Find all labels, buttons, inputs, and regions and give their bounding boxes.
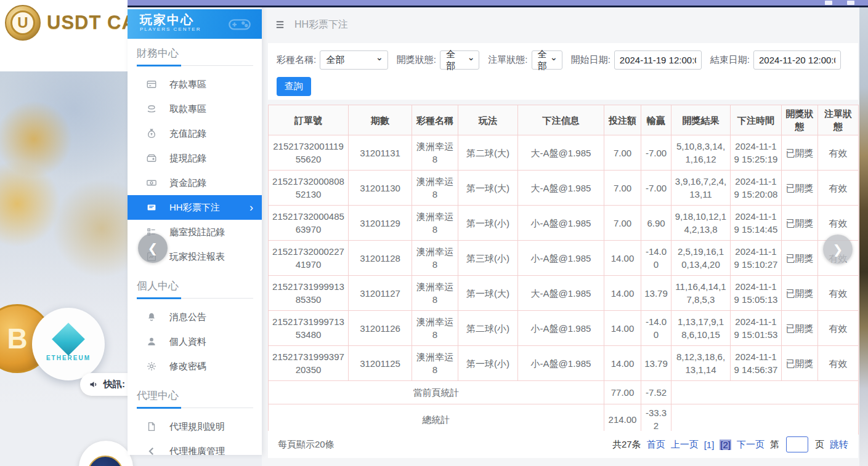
sidebar-section: 個人中心消息公告個人資料修改密碼 — [128, 279, 262, 379]
table-cell: 31201130 — [349, 171, 412, 206]
news-ticker[interactable]: 快訊: — [80, 373, 129, 396]
table-cell: 已開獎 — [782, 241, 818, 276]
table-row: 215217320008085213031201130澳洲幸运8第一球(大)大-… — [269, 171, 859, 206]
table-cell: 澳洲幸运8 — [412, 311, 458, 346]
sidebar-item[interactable]: 充值記錄 — [128, 121, 262, 146]
table-row: 215217319993972035031201125澳洲幸运8第一球(小)小-… — [269, 346, 859, 381]
table-cell: 31201131 — [349, 135, 412, 171]
end-date-label: 結束日期: — [710, 54, 750, 66]
page-link[interactable]: [1] — [704, 440, 715, 450]
bets-table-card: 訂單號期數彩種名稱玩法下注信息投注額輸贏開獎結果下注時間開獎狀態注單狀態2152… — [268, 105, 858, 435]
table-cell: 2024-11-19 15:05:13 — [731, 276, 782, 311]
withdraw-icon — [146, 103, 157, 114]
jump-button[interactable]: 跳转 — [830, 439, 848, 451]
table-cell: 澳洲幸运8 — [412, 241, 458, 276]
jump-page-input[interactable] — [786, 436, 808, 452]
table-cell: -14.00 — [641, 311, 671, 346]
logo-letter: U — [10, 10, 35, 35]
table-cell: 已開獎 — [782, 311, 818, 346]
sidebar-item[interactable]: HH彩票下注› — [128, 195, 262, 220]
table-cell: 大-A盤@1.985 — [518, 135, 604, 171]
lottery-name-select[interactable]: 全部 — [320, 50, 388, 70]
search-button[interactable]: 查詢 — [277, 77, 311, 96]
draw-status-select[interactable]: 全部 — [440, 50, 479, 70]
prev-page-link[interactable]: 上一页 — [671, 439, 699, 451]
sidebar-item-label: 修改密碼 — [169, 361, 206, 372]
ticker-label: 快訊: — [103, 379, 125, 390]
summary-bet-total: 214.00 — [604, 404, 641, 435]
table-cell: 第二球(大) — [458, 135, 518, 171]
table-cell: 小-A盤@1.985 — [518, 206, 604, 241]
table-cell: 31201126 — [349, 311, 412, 346]
table-cell: 澳洲幸运8 — [412, 135, 458, 171]
table-cell: 5,10,8,3,14,1,16,12 — [671, 135, 731, 171]
sidebar-item-label: 充值記錄 — [169, 128, 206, 140]
content-topbar: HH彩票下注 — [262, 14, 348, 36]
card-icon — [146, 79, 157, 90]
sidebar-section: 代理中心代理規則說明代理推廣管理 — [128, 388, 262, 455]
speaker-icon — [89, 379, 99, 390]
table-cell: 澳洲幸运8 — [412, 346, 458, 381]
table-cell: 2152173199991385350 — [269, 276, 349, 311]
column-header: 開獎結果 — [671, 105, 731, 135]
page-link[interactable]: [2] — [720, 440, 731, 450]
summary-label: 當前頁統計 — [269, 381, 604, 404]
summary-empty — [671, 381, 859, 404]
table-cell: 已開獎 — [782, 135, 818, 171]
bell-icon — [146, 311, 157, 323]
sidebar-item[interactable]: 修改密碼 — [128, 354, 262, 379]
hamburger-menu-icon[interactable] — [274, 20, 286, 30]
column-header: 訂單號 — [269, 105, 349, 135]
sidebar-item-label: 消息公告 — [169, 311, 206, 323]
sidebar-item-label: 玩家投注報表 — [169, 251, 225, 263]
page-title: HH彩票下注 — [294, 18, 348, 31]
start-date-input[interactable] — [614, 50, 702, 70]
column-header: 下注信息 — [518, 105, 604, 135]
sidebar-item[interactable]: 資金記錄 — [128, 171, 262, 195]
table-cell: 有效 — [818, 276, 859, 311]
panel-expand-toggle[interactable]: ❯ — [823, 235, 853, 264]
table-cell: 澳洲幸运8 — [412, 206, 458, 241]
sidebar: 玩家中心 PLAYERS CENTER 財務中心存款專區取款專區充值記錄提現記錄… — [128, 6, 262, 455]
table-cell: 已開獎 — [782, 276, 818, 311]
table-cell: 2024-11-19 15:20:08 — [731, 171, 782, 206]
sidebar-item[interactable]: 取款專區 — [128, 97, 262, 121]
section-heading-0: 財務中心 — [137, 46, 253, 60]
next-page-link[interactable]: 下一页 — [737, 439, 765, 451]
table-row: 215217319997135348031201126澳洲幸运8第二球(小)小-… — [269, 311, 859, 346]
table-cell: 2024-11-19 14:56:37 — [731, 346, 782, 381]
section-divider — [137, 297, 253, 299]
table-cell: 有效 — [818, 346, 859, 381]
sidebar-item[interactable]: 消息公告 — [128, 305, 262, 329]
draw-status-label: 開獎狀態: — [397, 54, 436, 66]
chevron-right-icon: › — [249, 202, 253, 213]
table-cell: 8,12,3,18,6,13,1,14 — [671, 346, 731, 381]
table-row: 215217320011195562031201131澳洲幸运8第二球(大)大-… — [269, 135, 859, 171]
summary-win-loss: -33.32 — [641, 404, 671, 435]
sidebar-collapse-toggle[interactable]: ❮ — [138, 233, 168, 263]
sidebar-header: 玩家中心 PLAYERS CENTER — [128, 9, 262, 39]
sidebar-item[interactable]: 存款專區 — [128, 72, 262, 97]
bets-table: 訂單號期數彩種名稱玩法下注信息投注額輸贏開獎結果下注時間開獎狀態注單狀態2152… — [268, 105, 859, 435]
sidebar-item[interactable]: 提現記錄 — [128, 146, 262, 171]
end-date-input[interactable] — [753, 50, 841, 70]
table-cell: 14.00 — [604, 311, 641, 346]
table-cell: 第三球(小) — [458, 241, 518, 276]
table-cell: 2152173200080852130 — [269, 171, 349, 206]
sidebar-item-label: 廳室投註記錄 — [169, 227, 225, 238]
table-cell: 11,16,4,14,17,8,5,3 — [671, 276, 731, 311]
sidebar-item[interactable]: 代理規則說明 — [128, 414, 262, 439]
table-cell: 2024-11-19 15:14:45 — [731, 206, 782, 241]
column-header: 輸贏 — [641, 105, 671, 135]
section-divider — [137, 65, 253, 66]
table-header-row: 訂單號期數彩種名稱玩法下注信息投注額輸贏開獎結果下注時間開獎狀態注單狀態 — [269, 105, 859, 135]
order-status-select[interactable]: 全部 — [532, 50, 562, 70]
sidebar-item-label: 存款專區 — [169, 79, 206, 90]
table-cell: 澳洲幸运8 — [412, 276, 458, 311]
column-header: 彩種名稱 — [412, 105, 458, 135]
summary-empty — [671, 404, 859, 435]
sidebar-item-label: 個人資料 — [169, 336, 206, 348]
sidebar-item[interactable]: 代理推廣管理 — [128, 439, 262, 455]
sidebar-item[interactable]: 個人資料 — [128, 329, 262, 354]
first-page-link[interactable]: 首页 — [647, 439, 665, 451]
